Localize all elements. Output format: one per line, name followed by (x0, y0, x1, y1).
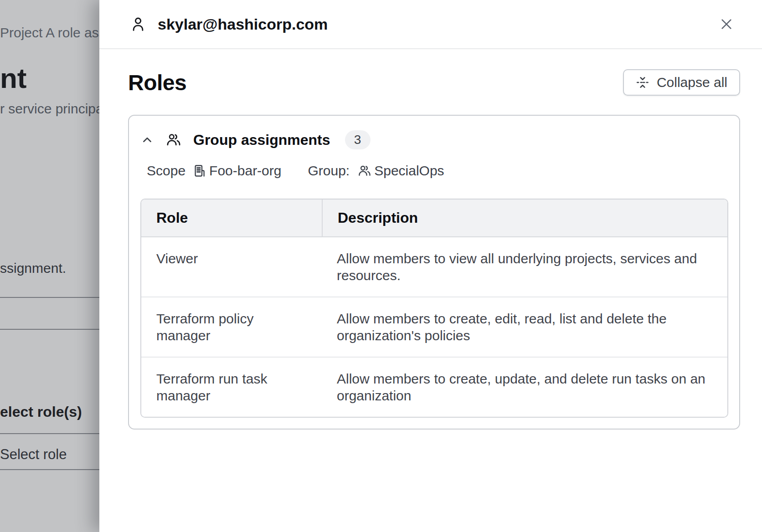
role-cell: Terraform run task manager (141, 358, 322, 417)
group-label: Group: (308, 163, 350, 179)
description-text: Allow members to create, update, and del… (337, 370, 706, 404)
group-assignments-header: Group assignments 3 (140, 127, 728, 149)
collapse-vertical-icon (636, 76, 649, 89)
description-text: Allow members to view all underlying pro… (337, 250, 706, 284)
section-toggle-button[interactable] (140, 133, 154, 147)
title-row: Roles Collapse all (128, 69, 740, 96)
person-icon (129, 15, 147, 33)
roles-table: Role Description Viewer Allow members to… (140, 199, 728, 418)
description-cell: Allow members to create, update, and del… (322, 358, 727, 417)
principal-email: skylar@hashicorp.com (158, 15, 328, 33)
background-select-placeholder: Select role (0, 446, 67, 463)
count-badge: 3 (345, 130, 371, 149)
group-value: SpecialOps (374, 163, 444, 179)
table-row: Viewer Allow members to view all underly… (141, 237, 727, 297)
flyout-header: skylar@hashicorp.com (99, 0, 762, 49)
scope-label: Scope (147, 163, 185, 179)
close-icon (719, 17, 734, 31)
scope-row: Scope Foo-bar-org Group: (147, 163, 728, 179)
section-title: Group assignments (193, 132, 330, 148)
roles-flyout-panel: skylar@hashicorp.com Roles Collaps (99, 0, 762, 532)
description-cell: Allow members to view all underlying pro… (322, 237, 727, 297)
page-title: Roles (128, 70, 186, 95)
scope-value: Foo-bar-org (209, 163, 281, 179)
description-text: Allow members to create, edit, read, lis… (337, 310, 706, 344)
table-row: Terraform run task manager Allow members… (141, 358, 727, 417)
collapse-all-button[interactable]: Collapse all (623, 69, 740, 96)
chevron-up-icon (141, 134, 153, 146)
background-select-roles-label: elect role(s) (0, 404, 82, 420)
column-header-description: Description (322, 200, 727, 236)
background-sentence-text: ssignment. (0, 261, 66, 276)
flyout-body: Roles Collapse all (99, 49, 762, 430)
role-cell: Viewer (141, 237, 322, 297)
column-header-role: Role (141, 200, 322, 236)
users-icon (166, 132, 181, 148)
building-icon (193, 164, 206, 178)
collapse-all-label: Collapse all (657, 75, 727, 90)
table-row: Terraform policy manager Allow members t… (141, 297, 727, 358)
group-assignments-card: Group assignments 3 Scope Foo-bar-org Gr… (128, 115, 740, 430)
table-header: Role Description (141, 200, 727, 237)
users-icon (358, 164, 371, 178)
close-button[interactable] (716, 14, 736, 34)
description-cell: Allow members to create, edit, read, lis… (322, 297, 727, 357)
background-description-text: r service principal (0, 101, 106, 117)
background-breadcrumb: Project A role assig (0, 25, 116, 41)
background-page-heading: nt (0, 62, 27, 94)
role-cell: Terraform policy manager (141, 297, 322, 357)
